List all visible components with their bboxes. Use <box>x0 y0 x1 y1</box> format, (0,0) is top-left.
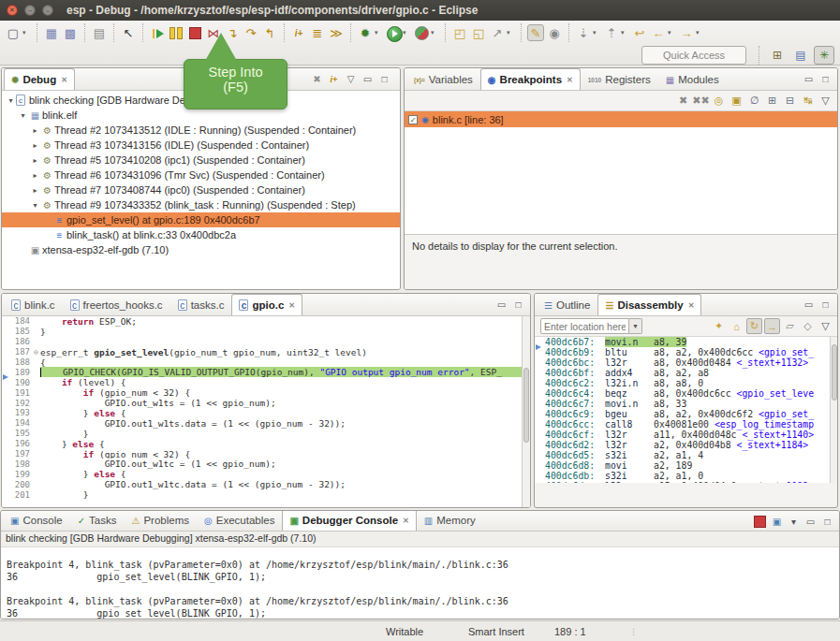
open-perspective-icon[interactable]: ⊞ <box>767 46 788 65</box>
console-output[interactable]: Breakpoint 4, blink_task (pvParameter=0x… <box>1 547 839 619</box>
disassembly-row[interactable]: 400dc6d2:l32ra2, 0x400d04b8 <_stext+1184… <box>535 440 837 450</box>
close-icon[interactable]: ✕ <box>288 301 295 310</box>
instruction-stepping-mode-icon[interactable]: i+ <box>326 71 342 87</box>
next-annotation-dropdown[interactable]: ▾ <box>593 29 600 36</box>
link-with-debug-icon[interactable]: ↹ <box>800 93 816 109</box>
tab-gpio-c[interactable]: cgpio.c✕ <box>231 294 302 315</box>
open-new-view-icon[interactable]: ▱ <box>782 318 798 334</box>
code-line[interactable]: 201 } <box>2 489 530 500</box>
breakpoint-item[interactable]: ✓◉blink.c [line: 36] <box>405 111 837 127</box>
expander-icon[interactable]: ▸ <box>30 126 40 135</box>
tab-debug[interactable]: ✹ Debug ✕ <box>4 68 75 90</box>
code-line[interactable]: 190 if (level) { <box>2 377 530 387</box>
tab-variables[interactable]: (x)=Variables <box>406 68 480 90</box>
collapse-all-icon[interactable]: ⊟ <box>782 93 798 109</box>
disassembly-row[interactable]: 400dc6b7:movi.na8, 39 <box>535 337 837 347</box>
view-menu-icon[interactable]: ▽ <box>818 318 833 334</box>
code-line[interactable]: 200 GPIO.out1_w1tc.data = (1 << (gpio_nu… <box>2 479 530 489</box>
instruction-stepping-icon[interactable]: i+ <box>290 24 307 41</box>
new-wizard-icon[interactable]: ▢ <box>5 24 22 41</box>
code-line[interactable]: 199 } else { <box>2 469 530 479</box>
expander-icon[interactable]: ▸ <box>30 141 40 150</box>
display-console-icon[interactable]: ▣ <box>769 514 785 530</box>
back-dropdown[interactable]: ▾ <box>668 29 675 36</box>
disassembly-row[interactable]: 400dc6c7:movi.na8, 33 <box>535 399 837 409</box>
minimize-icon[interactable]: ▭ <box>360 71 376 87</box>
minimize-icon[interactable]: ▭ <box>801 71 817 87</box>
pin-view-icon[interactable]: ◇ <box>800 318 816 334</box>
location-dropdown-icon[interactable]: ▼ <box>629 318 642 334</box>
tab-outline[interactable]: ☰Outline <box>537 294 597 315</box>
tab-tasks[interactable]: ✓Tasks <box>70 510 125 531</box>
code-line[interactable]: 191 if (gpio_num < 32) { <box>2 387 530 398</box>
show-supported-breakpoints-icon[interactable]: ◎ <box>711 93 727 109</box>
maximize-icon[interactable]: □ <box>819 514 835 530</box>
maximize-icon[interactable]: □ <box>818 297 833 313</box>
close-icon[interactable]: ✕ <box>567 76 573 84</box>
save-all-icon[interactable]: ▩ <box>62 24 79 41</box>
expander-icon[interactable]: ▸ <box>30 186 40 195</box>
code-line[interactable]: 188{ <box>2 357 530 368</box>
tab-disassembly[interactable]: ☰Disassembly✕ <box>597 294 701 315</box>
back-icon[interactable]: ← <box>650 24 667 41</box>
debug-tree-item[interactable]: ▸⚙Thread #5 1073410208 (ipc1) (Suspended… <box>2 153 400 168</box>
code-editor[interactable]: 184 return ESP_OK;185}186187⊖esp_err_t g… <box>2 316 530 507</box>
tab-memory[interactable]: ▥Memory <box>417 510 483 531</box>
code-line[interactable]: 184 return ESP_OK; <box>2 316 530 327</box>
disassembly-row[interactable]: 400dc6c4:beqza8, 0x400dc6cc <gpio_set_le… <box>535 388 837 399</box>
tab-blink-c[interactable]: cblink.c <box>4 294 63 315</box>
expander-icon[interactable]: ▾ <box>18 111 28 120</box>
resume-icon[interactable] <box>149 24 166 41</box>
code-line[interactable]: 187⊖esp_err_t gpio_set_level(gpio_num_t … <box>2 347 530 357</box>
terminate-icon[interactable] <box>186 24 203 41</box>
code-line[interactable]: 189 GPIO_CHECK(GPIO_IS_VALID_OUTPUT_GPIO… <box>2 367 530 377</box>
code-line[interactable]: 195 } <box>2 429 530 439</box>
breakpoint-checkbox[interactable]: ✓ <box>408 115 418 124</box>
scrollbar-thumb[interactable] <box>832 344 837 401</box>
run-dropdown[interactable]: ▾ <box>403 29 410 36</box>
disassembly-row[interactable]: 400dc6d5:s32ia2, a1, 4 <box>535 450 837 460</box>
coverage-icon[interactable] <box>413 24 430 41</box>
terminate-icon[interactable] <box>752 514 768 530</box>
expander-icon[interactable]: ▸ <box>30 171 40 180</box>
previous-annotation-icon[interactable]: ⇡ <box>603 24 620 41</box>
tab-problems[interactable]: ⚠Problems <box>124 510 197 531</box>
follow-pc-icon[interactable]: → <box>764 318 780 334</box>
tab-debugger-console[interactable]: ▣Debugger Console✕ <box>282 510 416 531</box>
debug-tree-item[interactable]: ▣xtensa-esp32-elf-gdb (7.10) <box>2 242 400 257</box>
close-icon[interactable]: ✕ <box>403 517 409 525</box>
disassembly-row[interactable]: 400dc6bf:addx4a8, a2, a8 <box>535 368 837 378</box>
debug-perspective-button[interactable]: ✳ <box>814 46 834 65</box>
next-annotation-icon[interactable]: ⇣ <box>575 24 592 41</box>
debug-tree-item[interactable]: ≡blink_task() at blink.c:33 0x400dbc2a <box>2 227 400 242</box>
minimize-icon[interactable]: ▭ <box>494 297 509 313</box>
debug-tree-item[interactable]: ▸⚙Thread #6 1073431096 (Tmr Svc) (Suspen… <box>2 168 400 182</box>
debug-tree-item[interactable]: ≡gpio_set_level() at gpio.c:189 0x400dc6… <box>2 212 400 227</box>
location-input[interactable] <box>540 318 629 334</box>
maximize-icon[interactable]: □ <box>510 297 526 313</box>
tab-breakpoints[interactable]: ◉Breakpoints✕ <box>480 68 581 90</box>
code-line[interactable]: 198 GPIO.out_w1tc = (1 << gpio_num); <box>2 459 530 469</box>
debug-tree-item[interactable]: ▸⚙Thread #7 1073408744 (ipc0) (Suspended… <box>2 182 400 197</box>
console-dropdown-icon[interactable]: ▾ <box>786 514 802 530</box>
code-line[interactable]: 185} <box>2 327 530 337</box>
expander-icon[interactable]: ▾ <box>30 201 40 210</box>
code-line[interactable]: 192 GPIO.out_w1ts = (1 << gpio_num); <box>2 398 530 408</box>
sync-context-icon[interactable]: ✦ <box>711 318 727 334</box>
open-resource-icon[interactable]: ◱ <box>470 24 487 41</box>
expand-all-icon[interactable]: ⊞ <box>764 93 780 109</box>
skip-all-breakpoints-icon[interactable]: ∅ <box>746 93 762 109</box>
expander-icon[interactable]: ▸ <box>30 156 40 165</box>
window-minimize-button[interactable]: − <box>24 5 36 16</box>
run-icon[interactable] <box>385 24 402 41</box>
debug-tree-item[interactable]: ▾▦blink.elf <box>2 108 400 123</box>
disassembly-scrollbar[interactable] <box>830 337 837 483</box>
debug-tree-item[interactable]: ▸⚙Thread #3 1073413156 (IDLE) (Suspended… <box>2 138 400 153</box>
view-menu-icon[interactable]: ▽ <box>343 71 359 87</box>
debug-icon[interactable]: ✹ <box>357 24 374 41</box>
view-menu-icon[interactable]: ▽ <box>818 93 833 109</box>
expander-icon[interactable]: ▾ <box>6 96 16 105</box>
quick-access-input[interactable]: Quick Access <box>641 46 746 65</box>
disassembly-row[interactable]: 400dc6db:s32ia2, a1, 0 <box>535 471 837 481</box>
maximize-icon[interactable]: □ <box>376 71 392 87</box>
